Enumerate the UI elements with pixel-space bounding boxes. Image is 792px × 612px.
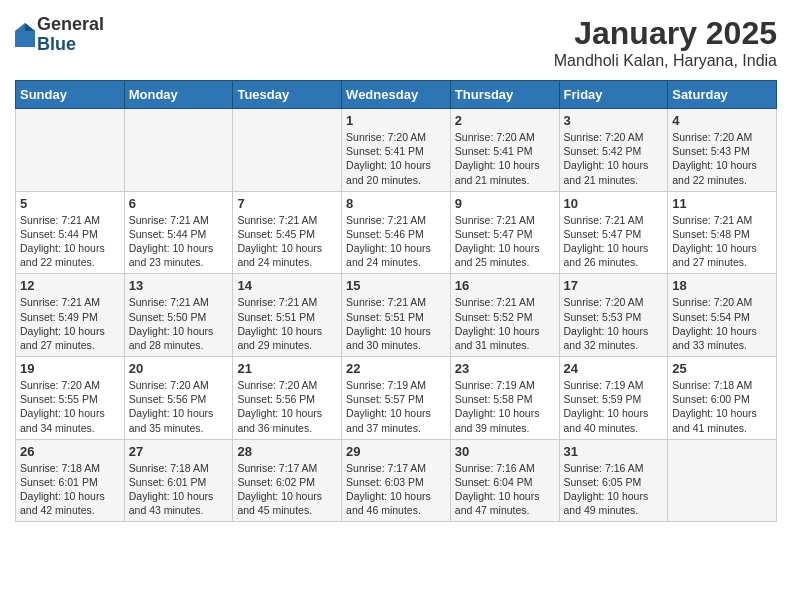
day-info: Sunrise: 7:20 AM Sunset: 5:53 PM Dayligh… bbox=[564, 295, 664, 352]
logo-text: General Blue bbox=[37, 15, 104, 55]
calendar-cell: 29Sunrise: 7:17 AM Sunset: 6:03 PM Dayli… bbox=[342, 439, 451, 522]
day-info: Sunrise: 7:20 AM Sunset: 5:55 PM Dayligh… bbox=[20, 378, 120, 435]
day-info: Sunrise: 7:20 AM Sunset: 5:41 PM Dayligh… bbox=[346, 130, 446, 187]
day-number: 16 bbox=[455, 278, 555, 293]
day-info: Sunrise: 7:21 AM Sunset: 5:49 PM Dayligh… bbox=[20, 295, 120, 352]
day-number: 12 bbox=[20, 278, 120, 293]
title-block: January 2025 Mandholi Kalan, Haryana, In… bbox=[554, 15, 777, 70]
day-number: 5 bbox=[20, 196, 120, 211]
calendar-cell: 8Sunrise: 7:21 AM Sunset: 5:46 PM Daylig… bbox=[342, 191, 451, 274]
calendar-cell: 13Sunrise: 7:21 AM Sunset: 5:50 PM Dayli… bbox=[124, 274, 233, 357]
day-number: 21 bbox=[237, 361, 337, 376]
day-info: Sunrise: 7:21 AM Sunset: 5:51 PM Dayligh… bbox=[346, 295, 446, 352]
calendar-cell: 25Sunrise: 7:18 AM Sunset: 6:00 PM Dayli… bbox=[668, 357, 777, 440]
day-number: 25 bbox=[672, 361, 772, 376]
day-info: Sunrise: 7:21 AM Sunset: 5:44 PM Dayligh… bbox=[20, 213, 120, 270]
day-info: Sunrise: 7:21 AM Sunset: 5:44 PM Dayligh… bbox=[129, 213, 229, 270]
calendar-cell: 19Sunrise: 7:20 AM Sunset: 5:55 PM Dayli… bbox=[16, 357, 125, 440]
day-info: Sunrise: 7:21 AM Sunset: 5:48 PM Dayligh… bbox=[672, 213, 772, 270]
day-number: 24 bbox=[564, 361, 664, 376]
day-number: 29 bbox=[346, 444, 446, 459]
calendar-cell: 24Sunrise: 7:19 AM Sunset: 5:59 PM Dayli… bbox=[559, 357, 668, 440]
calendar-cell: 18Sunrise: 7:20 AM Sunset: 5:54 PM Dayli… bbox=[668, 274, 777, 357]
svg-marker-1 bbox=[25, 23, 35, 31]
calendar-title: January 2025 bbox=[554, 15, 777, 52]
day-number: 10 bbox=[564, 196, 664, 211]
day-number: 17 bbox=[564, 278, 664, 293]
day-number: 31 bbox=[564, 444, 664, 459]
day-number: 2 bbox=[455, 113, 555, 128]
day-info: Sunrise: 7:20 AM Sunset: 5:56 PM Dayligh… bbox=[237, 378, 337, 435]
calendar-cell: 17Sunrise: 7:20 AM Sunset: 5:53 PM Dayli… bbox=[559, 274, 668, 357]
weekday-row: SundayMondayTuesdayWednesdayThursdayFrid… bbox=[16, 81, 777, 109]
calendar-cell: 26Sunrise: 7:18 AM Sunset: 6:01 PM Dayli… bbox=[16, 439, 125, 522]
weekday-header: Friday bbox=[559, 81, 668, 109]
weekday-header: Wednesday bbox=[342, 81, 451, 109]
day-number: 20 bbox=[129, 361, 229, 376]
day-info: Sunrise: 7:16 AM Sunset: 6:05 PM Dayligh… bbox=[564, 461, 664, 518]
day-info: Sunrise: 7:21 AM Sunset: 5:47 PM Dayligh… bbox=[564, 213, 664, 270]
calendar-week-row: 19Sunrise: 7:20 AM Sunset: 5:55 PM Dayli… bbox=[16, 357, 777, 440]
day-number: 1 bbox=[346, 113, 446, 128]
calendar-cell: 4Sunrise: 7:20 AM Sunset: 5:43 PM Daylig… bbox=[668, 109, 777, 192]
calendar-cell: 28Sunrise: 7:17 AM Sunset: 6:02 PM Dayli… bbox=[233, 439, 342, 522]
day-info: Sunrise: 7:21 AM Sunset: 5:45 PM Dayligh… bbox=[237, 213, 337, 270]
logo-general: General bbox=[37, 15, 104, 35]
calendar-body: 1Sunrise: 7:20 AM Sunset: 5:41 PM Daylig… bbox=[16, 109, 777, 522]
day-number: 19 bbox=[20, 361, 120, 376]
day-number: 14 bbox=[237, 278, 337, 293]
calendar-cell: 1Sunrise: 7:20 AM Sunset: 5:41 PM Daylig… bbox=[342, 109, 451, 192]
day-number: 30 bbox=[455, 444, 555, 459]
weekday-header: Sunday bbox=[16, 81, 125, 109]
day-number: 23 bbox=[455, 361, 555, 376]
calendar-cell: 22Sunrise: 7:19 AM Sunset: 5:57 PM Dayli… bbox=[342, 357, 451, 440]
calendar-week-row: 12Sunrise: 7:21 AM Sunset: 5:49 PM Dayli… bbox=[16, 274, 777, 357]
calendar-cell: 20Sunrise: 7:20 AM Sunset: 5:56 PM Dayli… bbox=[124, 357, 233, 440]
calendar-cell: 2Sunrise: 7:20 AM Sunset: 5:41 PM Daylig… bbox=[450, 109, 559, 192]
calendar-week-row: 5Sunrise: 7:21 AM Sunset: 5:44 PM Daylig… bbox=[16, 191, 777, 274]
calendar-cell: 30Sunrise: 7:16 AM Sunset: 6:04 PM Dayli… bbox=[450, 439, 559, 522]
day-info: Sunrise: 7:17 AM Sunset: 6:02 PM Dayligh… bbox=[237, 461, 337, 518]
day-number: 22 bbox=[346, 361, 446, 376]
calendar-cell: 7Sunrise: 7:21 AM Sunset: 5:45 PM Daylig… bbox=[233, 191, 342, 274]
day-info: Sunrise: 7:21 AM Sunset: 5:51 PM Dayligh… bbox=[237, 295, 337, 352]
day-info: Sunrise: 7:20 AM Sunset: 5:43 PM Dayligh… bbox=[672, 130, 772, 187]
day-info: Sunrise: 7:19 AM Sunset: 5:57 PM Dayligh… bbox=[346, 378, 446, 435]
calendar-week-row: 26Sunrise: 7:18 AM Sunset: 6:01 PM Dayli… bbox=[16, 439, 777, 522]
day-info: Sunrise: 7:16 AM Sunset: 6:04 PM Dayligh… bbox=[455, 461, 555, 518]
day-number: 11 bbox=[672, 196, 772, 211]
calendar-cell: 11Sunrise: 7:21 AM Sunset: 5:48 PM Dayli… bbox=[668, 191, 777, 274]
day-info: Sunrise: 7:21 AM Sunset: 5:46 PM Dayligh… bbox=[346, 213, 446, 270]
calendar-cell: 12Sunrise: 7:21 AM Sunset: 5:49 PM Dayli… bbox=[16, 274, 125, 357]
day-number: 13 bbox=[129, 278, 229, 293]
calendar-cell: 23Sunrise: 7:19 AM Sunset: 5:58 PM Dayli… bbox=[450, 357, 559, 440]
day-info: Sunrise: 7:20 AM Sunset: 5:56 PM Dayligh… bbox=[129, 378, 229, 435]
calendar-cell: 21Sunrise: 7:20 AM Sunset: 5:56 PM Dayli… bbox=[233, 357, 342, 440]
weekday-header: Monday bbox=[124, 81, 233, 109]
day-number: 3 bbox=[564, 113, 664, 128]
calendar-cell: 16Sunrise: 7:21 AM Sunset: 5:52 PM Dayli… bbox=[450, 274, 559, 357]
page-header: General Blue January 2025 Mandholi Kalan… bbox=[15, 15, 777, 70]
day-number: 8 bbox=[346, 196, 446, 211]
logo-blue: Blue bbox=[37, 35, 104, 55]
weekday-header: Saturday bbox=[668, 81, 777, 109]
logo-icon bbox=[15, 23, 35, 47]
calendar-cell bbox=[233, 109, 342, 192]
weekday-header: Tuesday bbox=[233, 81, 342, 109]
day-number: 9 bbox=[455, 196, 555, 211]
day-info: Sunrise: 7:20 AM Sunset: 5:42 PM Dayligh… bbox=[564, 130, 664, 187]
calendar-cell bbox=[668, 439, 777, 522]
day-info: Sunrise: 7:18 AM Sunset: 6:01 PM Dayligh… bbox=[20, 461, 120, 518]
weekday-header: Thursday bbox=[450, 81, 559, 109]
day-info: Sunrise: 7:21 AM Sunset: 5:50 PM Dayligh… bbox=[129, 295, 229, 352]
day-info: Sunrise: 7:17 AM Sunset: 6:03 PM Dayligh… bbox=[346, 461, 446, 518]
day-info: Sunrise: 7:18 AM Sunset: 6:00 PM Dayligh… bbox=[672, 378, 772, 435]
day-number: 7 bbox=[237, 196, 337, 211]
day-number: 15 bbox=[346, 278, 446, 293]
calendar-cell bbox=[16, 109, 125, 192]
calendar-cell: 6Sunrise: 7:21 AM Sunset: 5:44 PM Daylig… bbox=[124, 191, 233, 274]
calendar-cell: 31Sunrise: 7:16 AM Sunset: 6:05 PM Dayli… bbox=[559, 439, 668, 522]
day-number: 27 bbox=[129, 444, 229, 459]
calendar-cell: 27Sunrise: 7:18 AM Sunset: 6:01 PM Dayli… bbox=[124, 439, 233, 522]
logo: General Blue bbox=[15, 15, 104, 55]
